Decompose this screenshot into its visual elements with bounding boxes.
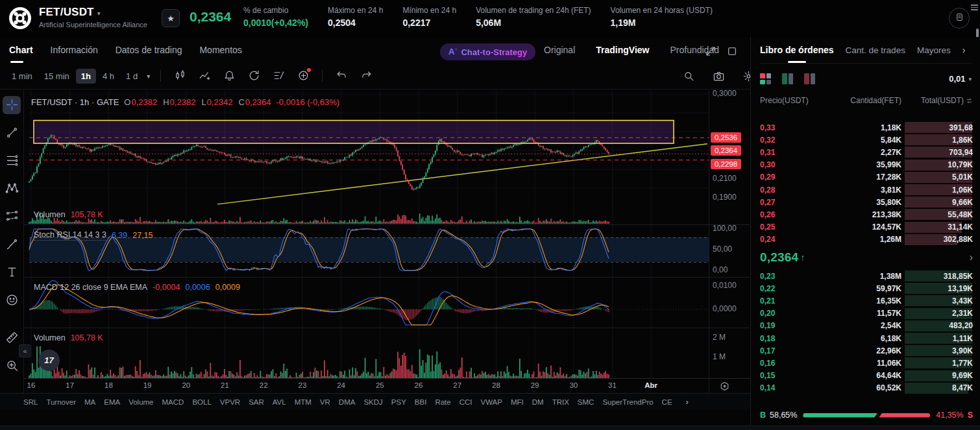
timeframe-button[interactable]: 15 min <box>39 69 75 84</box>
view-tab[interactable]: Original <box>544 45 575 55</box>
order-book-tab[interactable]: Mayores <box>917 37 951 63</box>
indicators-icon[interactable] <box>196 67 213 84</box>
chart-tab[interactable]: Chart <box>9 37 33 63</box>
frame-icon[interactable] <box>726 45 738 57</box>
ruler-icon[interactable] <box>3 329 21 347</box>
forecast-icon[interactable] <box>3 208 21 226</box>
chart-settings-icon[interactable] <box>719 381 735 392</box>
crosshair-icon[interactable] <box>3 96 21 114</box>
bid-row[interactable]: 0,1722,96K3,90K <box>760 344 973 357</box>
book-view-modes: 0,01▾ <box>760 73 972 84</box>
indicator-shortcut[interactable]: CCI <box>459 398 472 406</box>
templates-icon[interactable] <box>270 67 287 84</box>
indicator-shortcut[interactable]: AVL <box>273 398 286 406</box>
book-mode-both-icon[interactable] <box>760 73 771 84</box>
ask-row[interactable]: 0,241,26M302,88K <box>760 233 973 246</box>
bid-row[interactable]: 0,231,38M318,85K <box>760 270 973 282</box>
indicator-shortcut[interactable]: BOLL <box>192 398 211 406</box>
indicator-shortcut[interactable]: BBI <box>415 398 427 406</box>
redo-icon[interactable] <box>358 67 374 84</box>
timeframe-button[interactable]: 1 d <box>121 69 143 84</box>
last-price-row[interactable]: 0,2364 ↑ › <box>760 247 973 268</box>
bid-row[interactable]: 0,192,54K483,20 <box>760 320 973 332</box>
chart-tab[interactable]: Datos de trading <box>116 37 182 63</box>
indicator-shortcut[interactable]: DMA <box>339 398 356 406</box>
ai-chat-to-strategy-button[interactable]: A↑ Chat-to-Strategy <box>440 43 535 60</box>
swap-icon[interactable] <box>966 97 973 104</box>
emoji-icon[interactable] <box>3 291 21 309</box>
time-axis[interactable]: 16171819202122232425262728293031Abr <box>24 379 709 393</box>
indicator-shortcut[interactable]: MA <box>84 398 95 406</box>
trendline-icon[interactable] <box>3 124 21 142</box>
order-book-tab[interactable]: Cant. de trades <box>846 37 905 63</box>
add-new-icon[interactable] <box>295 67 312 84</box>
tabs-more-chevron[interactable]: › <box>962 45 966 55</box>
fullscreen-icon[interactable] <box>705 45 717 57</box>
bid-row[interactable]: 0,186,18K1,11K <box>760 332 973 344</box>
chart-type-icon[interactable] <box>171 67 188 84</box>
text-icon[interactable] <box>3 263 21 281</box>
indicator-shortcut[interactable]: MTM <box>295 398 312 406</box>
indicator-shortcut[interactable]: SKDJ <box>363 398 382 406</box>
favorite-button[interactable]: ★ <box>162 9 180 27</box>
menu-icon[interactable] <box>971 3 978 12</box>
chart-tab[interactable]: Momentos <box>199 37 241 63</box>
indicator-shortcut[interactable]: MACD <box>162 398 184 406</box>
timeframe-button[interactable]: 1h <box>76 69 96 84</box>
brush-icon[interactable] <box>3 235 21 254</box>
replay-icon[interactable] <box>245 67 262 84</box>
indicator-shortcut[interactable]: Turnover <box>46 398 76 406</box>
indicator-shortcut[interactable]: Rate <box>435 398 450 406</box>
precision-selector[interactable]: 0,01▾ <box>949 74 972 84</box>
bid-row[interactable]: 0,2259,97K13,19K <box>760 282 973 294</box>
chart-tab[interactable]: Información <box>51 37 98 63</box>
bid-row[interactable]: 0,1564,64K9,69K <box>760 370 973 382</box>
ask-row[interactable]: 0,2735,80K9,66K <box>760 196 973 208</box>
indicator-shortcut[interactable]: SRL <box>23 398 38 406</box>
ask-row[interactable]: 0,25124,57K31,14K <box>760 221 973 233</box>
ask-row[interactable]: 0,325,84K1,86K <box>760 134 973 146</box>
ask-row[interactable]: 0,312,27K703,94 <box>760 146 973 158</box>
indicator-shortcut[interactable]: PSY <box>391 398 406 406</box>
search-icon[interactable] <box>680 68 697 85</box>
order-book-tab[interactable]: Libro de órdenes <box>760 37 834 63</box>
fib-lines-icon[interactable] <box>3 152 21 170</box>
ask-row[interactable]: 0,283,81K1,06K <box>760 184 973 196</box>
book-mode-bids-icon[interactable] <box>782 73 793 84</box>
indicator-shortcut[interactable]: EMA <box>104 398 120 406</box>
indicator-shortcut[interactable]: TRIX <box>552 398 569 406</box>
pair-selector[interactable]: FET/USDT▾ Artificial Superintelligence A… <box>39 6 147 29</box>
camera-icon[interactable] <box>710 68 727 85</box>
bid-row[interactable]: 0,2011,57K2,31K <box>760 307 973 320</box>
zoom-in-icon[interactable] <box>3 357 21 375</box>
alert-icon[interactable] <box>221 67 238 84</box>
bid-row[interactable]: 0,2116,35K3,43K <box>760 294 973 307</box>
favorites-more-chevron[interactable]: › <box>686 397 689 407</box>
indicator-shortcut[interactable]: CE <box>662 398 672 406</box>
bid-row[interactable]: 0,1611,06K1,77K <box>760 357 973 369</box>
timeframe-button[interactable]: 4 h <box>97 69 119 84</box>
tradingview-watermark[interactable]: 17 <box>38 350 60 371</box>
xabcd-pattern-icon[interactable] <box>3 180 21 198</box>
timeframe-dropdown-caret[interactable]: ▾ <box>143 73 154 80</box>
book-mode-asks-icon[interactable] <box>804 73 815 84</box>
indicator-shortcut[interactable]: VPVR <box>220 398 240 406</box>
ask-row[interactable]: 0,3035,99K10,79K <box>760 159 973 171</box>
indicator-shortcut[interactable]: MFI <box>511 398 524 406</box>
ask-row[interactable]: 0,2917,28K5,01K <box>760 171 973 184</box>
indicator-shortcut[interactable]: SAR <box>249 398 264 406</box>
indicator-shortcut[interactable]: SuperTrendPro <box>602 398 653 406</box>
indicator-shortcut[interactable]: VR <box>320 398 330 406</box>
indicator-shortcut[interactable]: Volume <box>129 398 153 406</box>
news-button[interactable] <box>949 8 970 29</box>
kebab-menu-icon[interactable]: ⋮ <box>977 44 980 56</box>
view-tab[interactable]: TradingView <box>596 45 649 55</box>
indicator-shortcut[interactable]: DM <box>532 398 544 406</box>
ask-row[interactable]: 0,331,18K391,68 <box>760 121 973 134</box>
bid-row[interactable]: 0,1460,52K8,47K <box>760 382 973 394</box>
undo-icon[interactable] <box>333 67 350 84</box>
timeframe-button[interactable]: 1 min <box>6 69 38 84</box>
ask-row[interactable]: 0,26213,38K55,48K <box>760 208 973 221</box>
indicator-shortcut[interactable]: VWAP <box>480 398 502 406</box>
indicator-shortcut[interactable]: SMC <box>578 398 594 406</box>
